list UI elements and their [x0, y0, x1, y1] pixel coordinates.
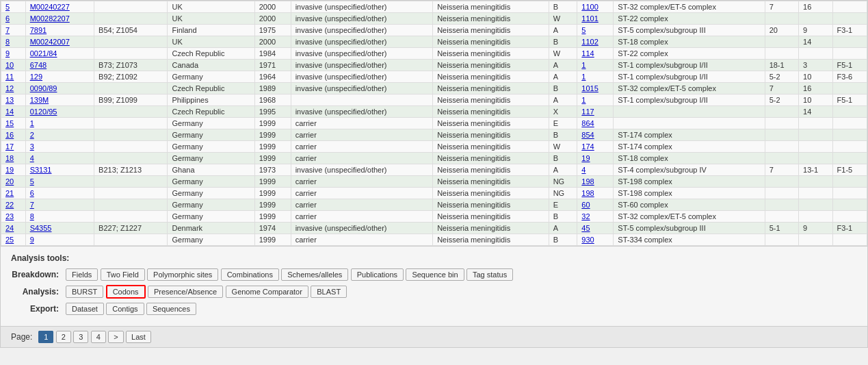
page-btn-4[interactable]: 4 [91, 331, 106, 343]
isolate-id[interactable]: 129 [25, 71, 94, 83]
row-number[interactable]: 20 [1, 176, 26, 188]
isolate-id[interactable]: S3131 [25, 164, 94, 176]
st[interactable]: 864 [577, 118, 614, 129]
analysis-btn-presence-absence[interactable]: Presence/Absence [148, 286, 223, 298]
row-number[interactable]: 5 [1, 1, 26, 13]
analysis-btn-blast[interactable]: BLAST [311, 286, 347, 298]
table-row: 5M00240227UK2000invasive (unspecified/ot… [1, 1, 867, 13]
row-number[interactable]: 25 [1, 234, 26, 246]
isolate-id[interactable]: 7891 [25, 25, 94, 36]
serogroup: A [549, 223, 577, 234]
isolate-id[interactable]: M00282207 [25, 13, 94, 25]
isolate-id[interactable]: 0120/95 [25, 106, 94, 118]
st[interactable]: 4 [577, 164, 614, 176]
page-next-btn[interactable]: > [108, 331, 123, 343]
isolate-id[interactable]: 4 [25, 153, 94, 164]
page-label: Page: [11, 332, 32, 342]
row-number[interactable]: 23 [1, 211, 26, 223]
row-number[interactable]: 17 [1, 141, 26, 153]
st[interactable]: 1 [577, 60, 614, 71]
page-btn-3[interactable]: 3 [73, 331, 88, 343]
page-last-btn[interactable]: Last [126, 331, 151, 343]
st[interactable]: 1 [577, 95, 614, 106]
page-btn-1[interactable]: 1 [38, 331, 53, 343]
isolate-id[interactable]: 9 [25, 234, 94, 246]
row-number[interactable]: 10 [1, 60, 26, 71]
isolate-id[interactable]: 6 [25, 188, 94, 199]
st[interactable]: 32 [577, 211, 614, 223]
row-number[interactable]: 12 [1, 83, 26, 95]
breakdown-btn-sequence-bin[interactable]: Sequence bin [406, 268, 464, 281]
st[interactable]: 198 [577, 176, 614, 188]
row-number[interactable]: 13 [1, 95, 26, 106]
row-number[interactable]: 8 [1, 36, 26, 48]
breakdown-btn-two-field[interactable]: Two Field [101, 268, 145, 281]
export-btn-contigs[interactable]: Contigs [106, 303, 144, 315]
table-row: 227Germany1999carrierNeisseria meningiti… [1, 199, 867, 211]
row-number[interactable]: 11 [1, 71, 26, 83]
field1 [765, 13, 798, 25]
row-number[interactable]: 21 [1, 188, 26, 199]
isolate-id[interactable]: 5 [25, 176, 94, 188]
st[interactable]: 174 [577, 141, 614, 153]
isolate-id[interactable]: 7 [25, 199, 94, 211]
country: Germany [168, 234, 254, 246]
row-number[interactable]: 7 [1, 25, 26, 36]
row-number[interactable]: 24 [1, 223, 26, 234]
isolate-id[interactable]: 1 [25, 118, 94, 129]
st[interactable]: 930 [577, 234, 614, 246]
isolate-id[interactable]: 139M [25, 95, 94, 106]
row-number[interactable]: 14 [1, 106, 26, 118]
serogroup: B [549, 129, 577, 141]
analysis-btn-genome-comparator[interactable]: Genome Comparator [226, 286, 308, 298]
st[interactable]: 114 [577, 48, 614, 60]
breakdown-btn-polymorphic-sites[interactable]: Polymorphic sites [147, 268, 218, 281]
row-number[interactable]: 6 [1, 13, 26, 25]
breakdown-btn-publications[interactable]: Publications [351, 268, 404, 281]
isolate-id[interactable]: 3 [25, 141, 94, 153]
st[interactable]: 19 [577, 153, 614, 164]
field3 [832, 48, 867, 60]
isolate-id[interactable]: 8 [25, 211, 94, 223]
breakdown-btn-schemes-alleles[interactable]: Schemes/alleles [281, 268, 348, 281]
st[interactable]: 1015 [577, 83, 614, 95]
breakdown-btn-combinations[interactable]: Combinations [221, 268, 279, 281]
page-btn-2[interactable]: 2 [56, 331, 71, 343]
st[interactable]: 5 [577, 25, 614, 36]
field1 [765, 141, 798, 153]
isolate-id[interactable]: M00242007 [25, 36, 94, 48]
clonal-complex: ST-198 complex [614, 176, 765, 188]
export-btn-sequences[interactable]: Sequences [146, 303, 196, 315]
row-number[interactable]: 19 [1, 164, 26, 176]
st[interactable]: 45 [577, 223, 614, 234]
analysis-btn-burst[interactable]: BURST [66, 286, 103, 298]
isolate-id[interactable]: 0090/89 [25, 83, 94, 95]
export-btn-dataset[interactable]: Dataset [66, 303, 104, 315]
other-id: B227; Z1227 [94, 223, 168, 234]
st[interactable]: 1 [577, 71, 614, 83]
other-id [94, 141, 168, 153]
st[interactable]: 1102 [577, 36, 614, 48]
st[interactable]: 198 [577, 188, 614, 199]
breakdown-btn-fields[interactable]: Fields [66, 268, 98, 281]
row-number[interactable]: 9 [1, 48, 26, 60]
st[interactable]: 854 [577, 129, 614, 141]
row-number[interactable]: 16 [1, 129, 26, 141]
row-number[interactable]: 18 [1, 153, 26, 164]
isolate-id[interactable]: S4355 [25, 223, 94, 234]
serogroup: A [549, 60, 577, 71]
st[interactable]: 1100 [577, 1, 614, 13]
isolate-id[interactable]: 2 [25, 129, 94, 141]
row-number[interactable]: 22 [1, 199, 26, 211]
st[interactable]: 60 [577, 199, 614, 211]
st[interactable]: 1101 [577, 13, 614, 25]
isolate-id[interactable]: M00240227 [25, 1, 94, 13]
isolate-id[interactable]: 6748 [25, 60, 94, 71]
species: Neisseria meningitidis [433, 118, 549, 129]
isolate-id[interactable]: 0021/84 [25, 48, 94, 60]
breakdown-btn-tag-status[interactable]: Tag status [466, 268, 513, 281]
year: 1964 [254, 71, 291, 83]
st[interactable]: 117 [577, 106, 614, 118]
analysis-btn-codons[interactable]: Codons [106, 285, 146, 299]
row-number[interactable]: 15 [1, 118, 26, 129]
